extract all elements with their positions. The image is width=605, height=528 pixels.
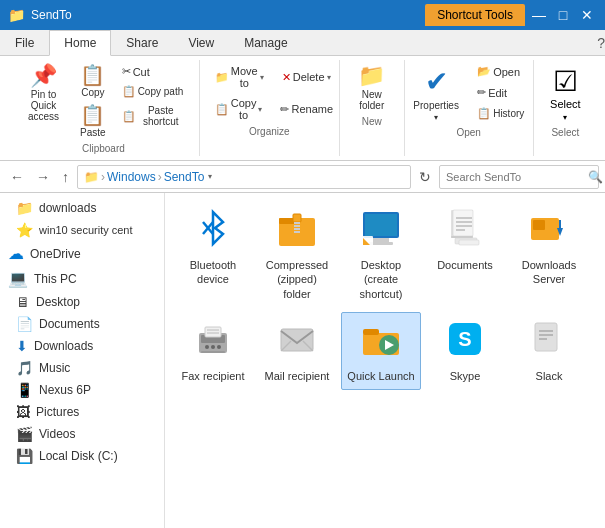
new-folder-button[interactable]: 📁 Newfolder	[351, 62, 392, 114]
slack-label: Slack	[536, 369, 563, 383]
active-ribbon-tab-label: Shortcut Tools	[425, 4, 525, 26]
delete-button[interactable]: ✕ Delete ▾	[275, 62, 338, 92]
sidebar-label-thispc: This PC	[34, 272, 77, 286]
clipboard-group-label: Clipboard	[82, 143, 125, 154]
refresh-button[interactable]: ↻	[415, 167, 435, 187]
pin-label: Pin to Quickaccess	[23, 89, 64, 122]
svg-rect-39	[281, 329, 313, 351]
rename-button[interactable]: ✏ Rename	[273, 94, 340, 124]
tab-manage[interactable]: Manage	[229, 30, 302, 55]
edit-button[interactable]: ✏ Edit	[470, 83, 531, 102]
breadcrumb-sendto[interactable]: SendTo	[164, 170, 205, 184]
search-input[interactable]	[446, 171, 584, 183]
file-item-zip[interactable]: Compressed (zipped) folder	[257, 201, 337, 308]
sidebar-item-desktop[interactable]: 🖥 Desktop	[0, 291, 164, 313]
file-item-slack[interactable]: Slack	[509, 312, 589, 390]
svg-rect-12	[365, 214, 397, 236]
tab-view[interactable]: View	[173, 30, 229, 55]
back-button[interactable]: ←	[6, 167, 28, 187]
pin-to-quick-access-button[interactable]: 📌 Pin to Quickaccess	[16, 62, 71, 125]
breadcrumb-windows[interactable]: Windows	[107, 170, 156, 184]
sidebar-item-music[interactable]: 🎵 Music	[0, 357, 164, 379]
minimize-button[interactable]: —	[529, 5, 549, 25]
svg-rect-8	[294, 225, 300, 227]
quicklaunch-label: Quick Launch	[347, 369, 414, 383]
maximize-button[interactable]: □	[553, 5, 573, 25]
tab-share[interactable]: Share	[111, 30, 173, 55]
file-item-skype[interactable]: S Skype	[425, 312, 505, 390]
svg-point-37	[217, 345, 221, 349]
zip-label: Compressed (zipped) folder	[262, 258, 332, 301]
sidebar-item-downloads[interactable]: 📁 downloads	[0, 197, 164, 219]
bluetooth-icon	[193, 208, 233, 254]
file-item-bluetooth[interactable]: Bluetooth device	[173, 201, 253, 308]
file-item-documents[interactable]: Documents	[425, 201, 505, 308]
move-to-button[interactable]: 📁 Move to ▾	[208, 62, 271, 92]
copy-to-button[interactable]: 📋 Copy to ▾	[208, 94, 270, 124]
disk-icon: 💾	[16, 448, 33, 464]
breadcrumb-bar[interactable]: 📁 › Windows › SendTo ▾	[77, 165, 411, 189]
skype-label: Skype	[450, 369, 481, 383]
sidebar-item-downloads2[interactable]: ⬇ Downloads	[0, 335, 164, 357]
file-item-desktop[interactable]: Desktop (create shortcut)	[341, 201, 421, 308]
copy-button[interactable]: 📋 Copy	[73, 62, 113, 101]
mail-label: Mail recipient	[265, 369, 330, 383]
new-folder-label: Newfolder	[359, 89, 384, 111]
copy-icon: 📋	[80, 65, 105, 85]
pin-icon: 📌	[30, 65, 57, 87]
copy-path-label: Copy path	[138, 86, 184, 97]
sidebar-item-documents[interactable]: 📄 Documents	[0, 313, 164, 335]
select-label: Select ▾	[550, 98, 581, 122]
sidebar-item-thispc[interactable]: 💻 This PC	[0, 266, 164, 291]
title-bar: 📁 SendTo Shortcut Tools — □ ✕	[0, 0, 605, 30]
paste-icon: 📋	[80, 105, 105, 125]
copy-label: Copy	[81, 87, 104, 98]
paste-shortcut-label: Paste shortcut	[138, 105, 184, 127]
ribbon-tabs: File Home Share View Manage ?	[0, 30, 605, 56]
properties-button[interactable]: ✔ Properties ▾	[406, 62, 466, 125]
search-bar: 🔍	[439, 165, 599, 189]
cut-button[interactable]: ✂ Cut	[115, 62, 191, 81]
open-button[interactable]: 📂 Open	[470, 62, 531, 81]
move-label: Move to	[231, 65, 258, 89]
open-label: Open	[493, 66, 520, 78]
sidebar-item-pictures[interactable]: 🖼 Pictures	[0, 401, 164, 423]
up-button[interactable]: ↑	[58, 167, 73, 187]
file-item-dlserver[interactable]: Downloads Server	[509, 201, 589, 308]
file-item-quicklaunch[interactable]: Quick Launch	[341, 312, 421, 390]
svg-rect-48	[535, 323, 557, 351]
sidebar-item-videos[interactable]: 🎬 Videos	[0, 423, 164, 445]
bluetooth-label: Bluetooth device	[178, 258, 248, 287]
sep1: ›	[101, 170, 105, 184]
tab-file[interactable]: File	[0, 30, 49, 55]
history-button[interactable]: 📋 History	[470, 104, 531, 123]
sidebar-label-localdisk: Local Disk (C:)	[39, 449, 118, 463]
help-button[interactable]: ?	[597, 30, 605, 55]
sidebar-item-localdisk[interactable]: 💾 Local Disk (C:)	[0, 445, 164, 467]
close-button[interactable]: ✕	[577, 5, 597, 25]
copy-path-button[interactable]: 📋 Copy path	[115, 82, 191, 101]
delete-icon: ✕	[282, 71, 291, 84]
paste-button[interactable]: 📋 Paste	[73, 102, 113, 141]
sidebar-item-onedrive[interactable]: ☁ OneDrive	[0, 241, 164, 266]
breadcrumb-arrow[interactable]: ▾	[208, 172, 212, 181]
file-item-mail[interactable]: Mail recipient	[257, 312, 337, 390]
group-new: 📁 Newfolder New	[340, 60, 405, 156]
sidebar-label-downloads2: Downloads	[34, 339, 93, 353]
forward-button[interactable]: →	[32, 167, 54, 187]
breadcrumb-icon: 📁	[84, 170, 99, 184]
tab-home[interactable]: Home	[49, 30, 111, 56]
copy-path-icon: 📋	[122, 85, 136, 98]
pictures-icon: 🖼	[16, 404, 30, 420]
paste-shortcut-button[interactable]: 📋 Paste shortcut	[115, 102, 191, 130]
sidebar-label-music: Music	[39, 361, 70, 375]
file-item-fax[interactable]: Fax recipient	[173, 312, 253, 390]
download-icon: ⬇	[16, 338, 28, 354]
sidebar-item-nexus6p[interactable]: 📱 Nexus 6P	[0, 379, 164, 401]
fax-icon	[193, 319, 233, 365]
sidebar-item-win10security[interactable]: ⭐ win10 security cent	[0, 219, 164, 241]
sep2: ›	[158, 170, 162, 184]
phone-icon: 📱	[16, 382, 33, 398]
select-button[interactable]: ☑ Select ▾	[541, 62, 590, 125]
history-icon: 📋	[477, 107, 491, 120]
